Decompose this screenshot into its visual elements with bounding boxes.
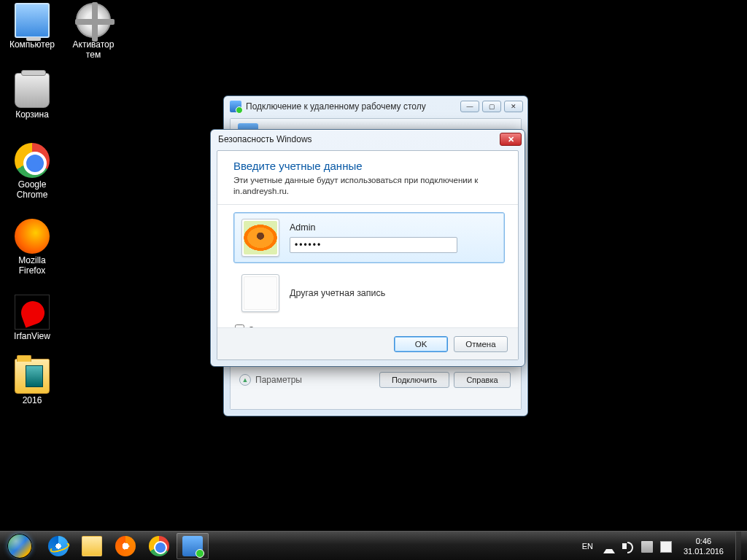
minimize-button[interactable]: — (460, 101, 479, 112)
desktop-icon-recycle-bin[interactable]: Корзина (4, 73, 60, 120)
options-toggle[interactable]: ▲ Параметры (239, 374, 302, 386)
desktop-icon-label: Компьютер (4, 39, 60, 50)
desktop-icon-folder-2016[interactable]: 2016 (4, 359, 60, 405)
desktop-icon-label: Корзина (4, 109, 60, 120)
connect-button[interactable]: Подключить (379, 372, 449, 388)
chrome-icon (149, 536, 169, 556)
taskbar-item-rdp[interactable] (177, 533, 209, 559)
close-button[interactable]: ✕ (504, 101, 523, 112)
desktop-icon-irfanview[interactable]: IrfanView (4, 295, 60, 341)
media-player-icon (115, 536, 136, 556)
close-button[interactable]: ✕ (500, 133, 522, 146)
dialog-title: Безопасность Windows (218, 134, 312, 144)
desktop-icon-label: Mozilla Firefox (4, 255, 60, 276)
window-title: Подключение к удаленному рабочему столу (246, 101, 426, 112)
rdp-titlebar[interactable]: Подключение к удаленному рабочему столу … (224, 96, 527, 117)
rdp-icon (230, 101, 241, 112)
folder-icon (15, 359, 50, 394)
divider (217, 204, 518, 205)
desktop-icon-computer[interactable]: Компьютер (4, 3, 60, 50)
desktop-icon-label: Google Chrome (4, 179, 60, 200)
gear-icon (76, 3, 111, 38)
language-indicator[interactable]: EN (579, 540, 596, 552)
options-label: Параметры (255, 375, 302, 385)
desktop-icon-activator[interactable]: Активатор тем (66, 3, 121, 60)
start-button[interactable] (0, 532, 39, 561)
account-name: Admin (290, 222, 497, 233)
avatar (241, 274, 279, 312)
computer-icon (15, 3, 50, 38)
password-field[interactable] (290, 237, 457, 253)
avatar (241, 219, 279, 257)
trash-icon (15, 73, 50, 108)
rdp-icon (182, 536, 203, 556)
dialog-footer: OK Отмена (217, 327, 518, 359)
system-tray: EN 0:46 31.01.2016 (573, 532, 747, 561)
chevron-up-icon: ▲ (239, 374, 251, 386)
desktop-icon-label: Активатор тем (66, 39, 121, 60)
clock-time: 0:46 (684, 536, 724, 546)
taskbar-item-explorer[interactable] (76, 533, 108, 559)
desktop-icon-firefox[interactable]: Mozilla Firefox (4, 219, 60, 276)
taskbar: EN 0:46 31.01.2016 (0, 531, 747, 560)
windows-orb-icon (7, 534, 32, 559)
show-hidden-icons[interactable] (603, 542, 615, 553)
clock-date: 31.01.2016 (684, 546, 724, 556)
account-tile-other[interactable]: Другая учетная запись (233, 268, 505, 319)
clock[interactable]: 0:46 31.01.2016 (679, 536, 728, 556)
help-button[interactable]: Справка (454, 372, 511, 388)
security-titlebar[interactable]: Безопасность Windows ✕ (211, 130, 525, 149)
desktop-icon-label: IrfanView (4, 331, 60, 341)
other-account-label: Другая учетная запись (290, 288, 497, 298)
action-center-icon[interactable] (660, 541, 672, 553)
security-dialog: Безопасность Windows ✕ Введите учетные д… (210, 129, 525, 367)
taskbar-pins (39, 533, 209, 559)
show-desktop-button[interactable] (735, 532, 741, 561)
taskbar-item-chrome[interactable] (143, 533, 175, 559)
account-tile-admin[interactable]: Admin (233, 212, 505, 263)
security-body: Введите учетные данные Эти учетные данны… (217, 150, 519, 360)
ie-icon (48, 536, 69, 556)
network-icon[interactable] (641, 541, 653, 553)
volume-icon[interactable] (622, 540, 634, 552)
explorer-icon (82, 536, 102, 556)
maximize-button[interactable]: ▢ (482, 101, 501, 112)
credentials-subtext: Эти учетные данные будут использоваться … (233, 175, 505, 197)
ok-button[interactable]: OK (394, 336, 448, 352)
taskbar-item-wmp[interactable] (109, 533, 142, 559)
cancel-button[interactable]: Отмена (454, 336, 508, 352)
credentials-heading: Введите учетные данные (233, 160, 505, 172)
firefox-icon (15, 219, 50, 254)
irfanview-icon (15, 295, 50, 330)
chrome-icon (15, 143, 50, 178)
flower-icon (244, 221, 277, 254)
blank-avatar-icon (244, 276, 277, 310)
desktop-icon-chrome[interactable]: Google Chrome (4, 143, 60, 200)
taskbar-item-ie[interactable] (42, 533, 74, 559)
desktop-icon-label: 2016 (4, 395, 60, 405)
